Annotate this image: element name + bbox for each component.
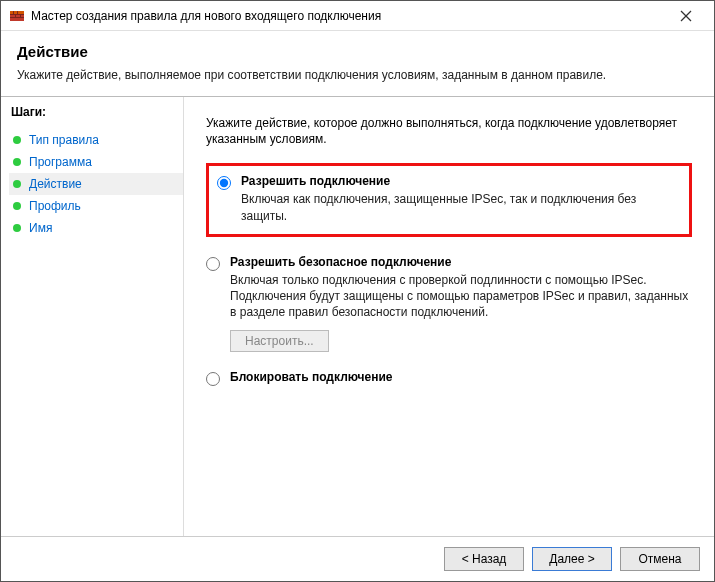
option-desc: Включая как подключения, защищенные IPSe… — [241, 191, 679, 223]
option-allow-connection[interactable]: Разрешить подключение Включая как подклю… — [217, 174, 679, 223]
back-button[interactable]: < Назад — [444, 547, 524, 571]
option-label: Разрешить безопасное подключение — [230, 255, 692, 269]
content-intro: Укажите действие, которое должно выполня… — [206, 115, 692, 147]
option-group-block: Блокировать подключение — [206, 370, 692, 386]
option-text: Разрешить безопасное подключение Включая… — [230, 255, 692, 321]
step-bullet-icon — [13, 224, 21, 232]
step-action[interactable]: Действие — [9, 173, 183, 195]
svg-rect-3 — [10, 17, 24, 18]
option-label: Блокировать подключение — [230, 370, 692, 384]
highlighted-option: Разрешить подключение Включая как подклю… — [206, 163, 692, 236]
step-label: Действие — [29, 177, 82, 191]
wizard-window: Мастер создания правила для нового входя… — [0, 0, 715, 582]
titlebar: Мастер создания правила для нового входя… — [1, 1, 714, 31]
configure-button: Настроить... — [230, 330, 329, 352]
radio-block-connection[interactable] — [206, 372, 220, 386]
close-icon — [680, 10, 692, 22]
svg-rect-4 — [13, 11, 14, 14]
option-text: Разрешить подключение Включая как подклю… — [241, 174, 679, 223]
option-block-connection[interactable]: Блокировать подключение — [206, 370, 692, 386]
svg-rect-5 — [17, 11, 18, 14]
step-bullet-icon — [13, 180, 21, 188]
option-desc: Включая только подключения с проверкой п… — [230, 272, 692, 321]
radio-allow-connection[interactable] — [217, 176, 231, 190]
header-area: Действие Укажите действие, выполняемое п… — [1, 31, 714, 96]
page-subtitle: Укажите действие, выполняемое при соотве… — [17, 68, 698, 82]
step-label: Программа — [29, 155, 92, 169]
option-group-secure: Разрешить безопасное подключение Включая… — [206, 255, 692, 353]
step-bullet-icon — [13, 158, 21, 166]
steps-sidebar: Шаги: Тип правила Программа Действие Про… — [1, 97, 184, 536]
steps-title: Шаги: — [9, 105, 183, 119]
option-allow-secure-connection[interactable]: Разрешить безопасное подключение Включая… — [206, 255, 692, 321]
page-heading: Действие — [17, 43, 698, 60]
svg-rect-2 — [10, 14, 24, 15]
step-label: Имя — [29, 221, 52, 235]
content-area: Укажите действие, которое должно выполня… — [184, 97, 714, 536]
step-bullet-icon — [13, 136, 21, 144]
step-bullet-icon — [13, 202, 21, 210]
firewall-icon — [9, 8, 25, 24]
step-program[interactable]: Программа — [9, 151, 183, 173]
cancel-button[interactable]: Отмена — [620, 547, 700, 571]
step-rule-type[interactable]: Тип правила — [9, 129, 183, 151]
option-text: Блокировать подключение — [230, 370, 692, 384]
radio-allow-secure-connection[interactable] — [206, 257, 220, 271]
step-name[interactable]: Имя — [9, 217, 183, 239]
next-button[interactable]: Далее > — [532, 547, 612, 571]
footer: < Назад Далее > Отмена — [1, 536, 714, 581]
window-title: Мастер создания правила для нового входя… — [31, 9, 666, 23]
option-label: Разрешить подключение — [241, 174, 679, 188]
step-label: Профиль — [29, 199, 81, 213]
step-profile[interactable]: Профиль — [9, 195, 183, 217]
close-button[interactable] — [666, 2, 706, 30]
svg-rect-6 — [15, 15, 16, 17]
body: Шаги: Тип правила Программа Действие Про… — [1, 97, 714, 536]
svg-rect-7 — [20, 15, 21, 17]
step-label: Тип правила — [29, 133, 99, 147]
